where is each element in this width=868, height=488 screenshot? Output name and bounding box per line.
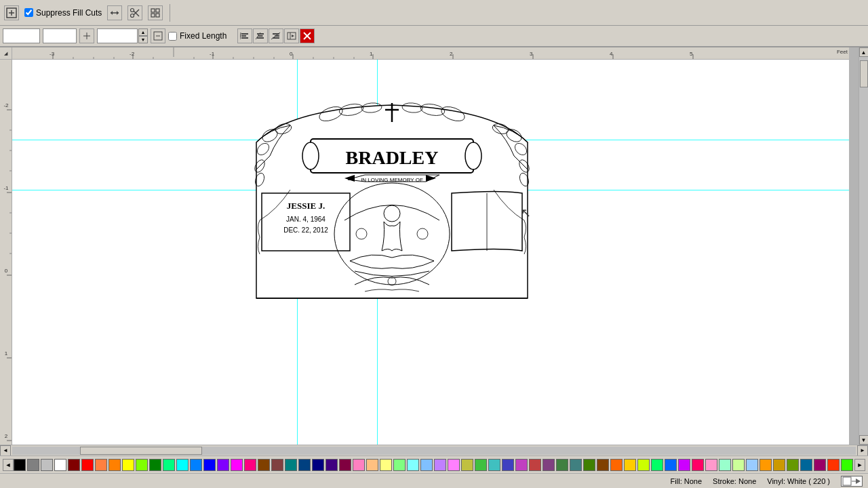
scroll-down-button[interactable]: ▼	[859, 435, 869, 445]
palette-swatch[interactable]	[692, 459, 704, 471]
palette-swatch[interactable]	[136, 459, 148, 471]
coord-icon[interactable]	[79, 28, 94, 43]
palette-swatch[interactable]	[244, 459, 256, 471]
palette-swatch[interactable]	[393, 459, 406, 471]
svg-text:0: 0	[5, 268, 8, 274]
scroll-right-thumb[interactable]	[860, 60, 868, 87]
palette-swatch[interactable]	[434, 459, 446, 471]
palette-swatch[interactable]	[678, 459, 690, 471]
align-special[interactable]	[284, 28, 299, 43]
palette-swatch[interactable]	[14, 459, 26, 471]
length-spinbox[interactable]: ▲ ▼	[138, 28, 148, 43]
drawing-canvas[interactable]: BRADLEY IN LOVING MEMORY OF JESSIE J. JA…	[12, 60, 849, 445]
palette-swatch[interactable]	[841, 459, 853, 471]
palette-swatch[interactable]	[271, 459, 283, 471]
scroll-bottom-thumb[interactable]	[80, 447, 202, 455]
palette-swatch[interactable]	[95, 459, 107, 471]
palette-scroll-right[interactable]: ►	[854, 459, 865, 471]
palette-swatch[interactable]	[515, 459, 528, 471]
palette-swatch[interactable]	[203, 459, 216, 471]
palette-swatch[interactable]	[190, 459, 202, 471]
scroll-right-track[interactable]	[859, 57, 869, 435]
palette-swatch[interactable]	[176, 459, 189, 471]
palette-swatch[interactable]	[475, 459, 487, 471]
scroll-up-button[interactable]: ▲	[859, 47, 869, 57]
palette-swatch[interactable]	[542, 459, 555, 471]
tool-icon-settings[interactable]	[148, 5, 163, 20]
svg-text:IN LOVING MEMORY OF: IN LOVING MEMORY OF	[361, 177, 423, 183]
palette-swatch[interactable]	[651, 459, 663, 471]
palette-swatch[interactable]	[54, 459, 66, 471]
align-center[interactable]	[253, 28, 268, 43]
color-palette: ◄ ►	[0, 455, 868, 473]
palette-swatch[interactable]	[231, 459, 243, 471]
tool-icon-1[interactable]	[4, 5, 19, 20]
svg-text:4: 4	[610, 51, 613, 57]
palette-swatch[interactable]	[312, 459, 324, 471]
palette-swatch[interactable]	[570, 459, 582, 471]
palette-swatch[interactable]	[583, 459, 595, 471]
coord-x-input[interactable]: 000	[3, 28, 40, 43]
palette-swatch[interactable]	[326, 459, 338, 471]
palette-swatch[interactable]	[800, 459, 812, 471]
svg-text:JESSIE J.: JESSIE J.	[287, 201, 325, 211]
length-input[interactable]: 0.000	[97, 28, 138, 43]
palette-swatch[interactable]	[732, 459, 745, 471]
svg-rect-20	[241, 37, 248, 39]
palette-swatch[interactable]	[719, 459, 731, 471]
fixed-length-checkbox[interactable]: Fixed Length	[168, 31, 226, 41]
palette-swatch[interactable]	[814, 459, 826, 471]
scrollbar-bottom: ◄ ►	[0, 445, 868, 455]
palette-swatch[interactable]	[217, 459, 229, 471]
toolbar2-icon1[interactable]	[151, 28, 165, 43]
scroll-bottom-track[interactable]	[12, 447, 856, 455]
palette-swatch[interactable]	[380, 459, 392, 471]
palette-swatch[interactable]	[41, 459, 53, 471]
length-spin-up[interactable]: ▲	[138, 28, 148, 36]
palette-swatch[interactable]	[556, 459, 568, 471]
palette-swatch[interactable]	[407, 459, 419, 471]
palette-swatch[interactable]	[760, 459, 772, 471]
palette-swatch[interactable]	[258, 459, 270, 471]
tool-icon-arrows[interactable]	[107, 5, 122, 20]
palette-scroll-left[interactable]: ◄	[3, 459, 14, 471]
palette-swatch[interactable]	[339, 459, 351, 471]
palette-swatch[interactable]	[597, 459, 609, 471]
palette-swatch[interactable]	[81, 459, 94, 471]
align-left[interactable]	[237, 28, 252, 43]
palette-swatch[interactable]	[448, 459, 460, 471]
palette-swatch[interactable]	[108, 459, 121, 471]
palette-swatch[interactable]	[637, 459, 650, 471]
palette-swatch[interactable]	[461, 459, 473, 471]
palette-swatch[interactable]	[502, 459, 514, 471]
tool-icon-cut[interactable]	[127, 5, 142, 20]
palette-swatch[interactable]	[353, 459, 365, 471]
align-right[interactable]	[269, 28, 283, 43]
coord-y-input[interactable]: 0.0	[43, 28, 77, 43]
svg-text:2: 2	[5, 433, 8, 439]
palette-swatch[interactable]	[787, 459, 799, 471]
palette-swatch[interactable]	[529, 459, 541, 471]
length-spin-down[interactable]: ▼	[138, 36, 148, 43]
toolbar2-icon-red[interactable]	[300, 28, 315, 43]
palette-swatch[interactable]	[488, 459, 500, 471]
palette-swatch[interactable]	[705, 459, 717, 471]
palette-swatch[interactable]	[163, 459, 175, 471]
palette-swatch[interactable]	[746, 459, 758, 471]
palette-swatch[interactable]	[610, 459, 623, 471]
palette-swatch[interactable]	[624, 459, 636, 471]
scroll-right-button[interactable]: ►	[857, 445, 868, 456]
palette-swatch[interactable]	[665, 459, 677, 471]
scroll-left-button[interactable]: ◄	[0, 445, 11, 456]
palette-swatch[interactable]	[420, 459, 433, 471]
palette-swatch[interactable]	[298, 459, 311, 471]
palette-swatch[interactable]	[285, 459, 297, 471]
palette-swatch[interactable]	[827, 459, 840, 471]
palette-swatch[interactable]	[68, 459, 80, 471]
palette-swatch[interactable]	[366, 459, 378, 471]
suppress-fill-cuts-checkbox[interactable]: Suppress Fill Cuts	[24, 8, 102, 18]
palette-swatch[interactable]	[773, 459, 785, 471]
palette-swatch[interactable]	[27, 459, 39, 471]
palette-swatch[interactable]	[122, 459, 134, 471]
palette-swatch[interactable]	[149, 459, 161, 471]
